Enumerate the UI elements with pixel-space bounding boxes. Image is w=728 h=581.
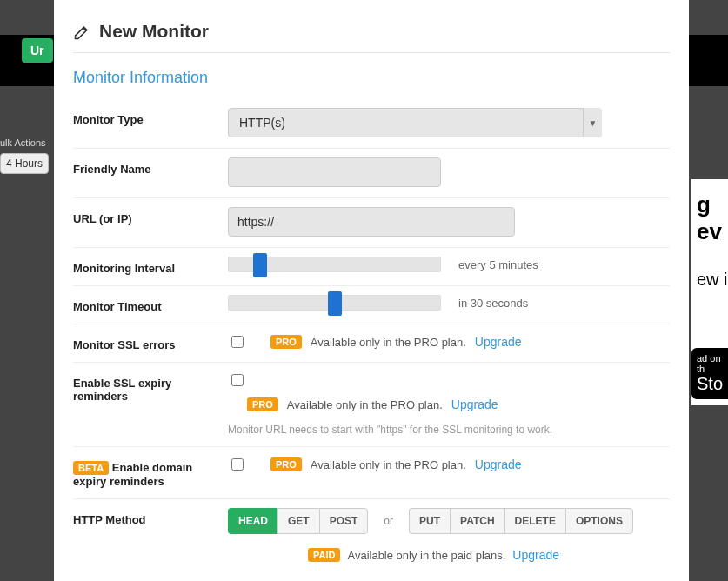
label-interval: Monitoring Interval <box>73 257 228 275</box>
upgrade-link[interactable]: Upgrade <box>512 548 559 562</box>
pro-text: Available only in the PRO plan. <box>287 398 443 411</box>
label-domain-expiry: BETA Enable domain expiry reminders <box>73 456 228 488</box>
http-method-options[interactable]: OPTIONS <box>565 508 633 534</box>
label-ssl-expiry: Enable SSL expiry reminders <box>73 371 228 403</box>
http-method-post[interactable]: POST <box>319 508 369 534</box>
interval-slider[interactable] <box>228 257 441 272</box>
upgrade-link[interactable]: Upgrade <box>475 457 522 471</box>
label-timeout: Monitor Timeout <box>73 295 228 313</box>
http-method-patch[interactable]: PATCH <box>450 508 504 534</box>
ssl-https-note: Monitor URL needs to start with "https" … <box>228 424 670 436</box>
http-method-delete[interactable]: DELETE <box>504 508 565 534</box>
ssl-errors-checkbox[interactable] <box>231 336 244 348</box>
upgrade-link[interactable]: Upgrade <box>451 397 498 411</box>
label-ssl-errors: Monitor SSL errors <box>73 333 228 351</box>
paid-text: Available only in the paid plans. <box>347 549 505 562</box>
label-friendly-name: Friendly Name <box>73 157 228 176</box>
timeout-value-text: in 30 seconds <box>458 297 528 310</box>
new-monitor-modal: New Monitor Monitor Information Monitor … <box>54 0 689 581</box>
http-method-head[interactable]: HEAD <box>228 508 277 534</box>
background-store-badge: ad on th Sto <box>691 348 728 399</box>
background-filter-pill: 4 Hours <box>0 153 49 174</box>
ssl-expiry-checkbox[interactable] <box>231 374 244 386</box>
domain-expiry-checkbox[interactable] <box>231 458 244 471</box>
pro-badge: PRO <box>247 397 278 411</box>
divider <box>73 52 670 53</box>
friendly-name-input[interactable] <box>228 157 441 187</box>
label-url: URL (or IP) <box>73 207 228 225</box>
background-bulk-label: ulk Actions <box>0 137 46 148</box>
http-method-put[interactable]: PUT <box>409 508 450 534</box>
pro-text: Available only in the PRO plan. <box>311 458 466 471</box>
edit-icon <box>73 23 90 43</box>
monitor-type-select[interactable]: HTTP(s) <box>228 108 602 137</box>
or-separator: or <box>384 515 393 527</box>
pro-badge: PRO <box>270 457 302 471</box>
label-monitor-type: Monitor Type <box>73 108 228 126</box>
section-heading: Monitor Information <box>73 69 670 87</box>
upgrade-link[interactable]: Upgrade <box>475 335 522 349</box>
pro-text: Available only in the PRO plan. <box>311 336 466 349</box>
url-input[interactable] <box>228 207 515 237</box>
timeout-slider[interactable] <box>228 295 441 311</box>
http-method-get[interactable]: GET <box>277 508 319 534</box>
interval-slider-thumb[interactable] <box>253 253 267 277</box>
interval-value-text: every 5 minutes <box>458 258 538 271</box>
pro-badge: PRO <box>270 335 302 349</box>
background-green-button: Ur <box>22 38 53 63</box>
modal-title: New Monitor <box>99 21 209 42</box>
paid-badge: PAID <box>308 548 340 562</box>
beta-badge: BETA <box>73 461 109 475</box>
label-http-method: HTTP Method <box>73 508 228 526</box>
timeout-slider-thumb[interactable] <box>328 291 342 316</box>
http-method-group-extended: PUTPATCHDELETEOPTIONS <box>409 508 633 534</box>
http-method-group-basic: HEADGETPOST <box>228 508 368 534</box>
